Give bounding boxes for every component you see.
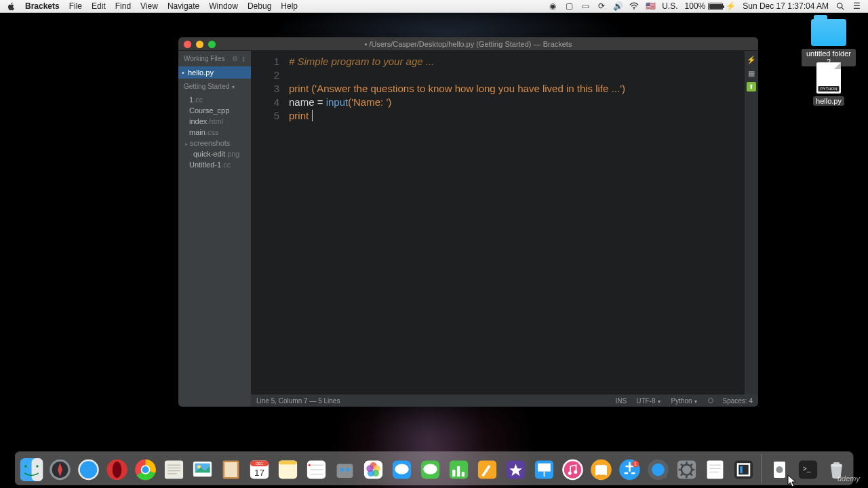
volume-icon[interactable]: 🔊 bbox=[613, 1, 623, 11]
battery-percent: 100% bbox=[685, 1, 706, 11]
clock[interactable]: Sun Dec 17 1:37:04 AM bbox=[743, 1, 829, 11]
dock-launchpad[interactable] bbox=[47, 457, 73, 483]
dock-reminders[interactable] bbox=[304, 457, 330, 483]
tree-item-1cc[interactable]: 1.cc bbox=[178, 94, 251, 105]
apple-menu[interactable] bbox=[7, 2, 16, 11]
dock-pages[interactable] bbox=[475, 457, 500, 483]
svg-point-36 bbox=[309, 464, 311, 466]
tree-item-main[interactable]: main.css bbox=[178, 127, 251, 138]
gear-icon[interactable]: ⚙ bbox=[232, 55, 238, 62]
live-preview-icon[interactable]: ⚡ bbox=[747, 55, 756, 64]
battery-status[interactable]: 100% ⚡ bbox=[685, 1, 736, 11]
dock-opera[interactable] bbox=[104, 457, 130, 483]
dock-appstore[interactable]: 1 bbox=[617, 457, 643, 483]
mouse-cursor-icon bbox=[787, 474, 797, 488]
tree-folder-screenshots[interactable]: screenshots bbox=[178, 138, 251, 148]
desktop-folder[interactable]: untitled folder 2 bbox=[802, 19, 856, 66]
dock-keynote[interactable] bbox=[532, 457, 557, 483]
menu-find[interactable]: Find bbox=[115, 1, 131, 11]
python-file-icon: PYTHON bbox=[816, 62, 841, 94]
working-files-header[interactable]: Working Files ⚙⫿ bbox=[178, 51, 251, 66]
desktop-file[interactable]: PYTHON hello.py bbox=[802, 62, 856, 106]
working-file-hello[interactable]: hello.py bbox=[178, 66, 251, 79]
titlebar[interactable]: • /Users/Casper/Desktop/hello.py (Gettin… bbox=[178, 37, 758, 51]
dock-sysprefs[interactable] bbox=[674, 457, 700, 483]
extension-manager-icon[interactable]: ▦ bbox=[747, 68, 756, 78]
sidebar: Working Files ⚙⫿ hello.py Getting Starte… bbox=[178, 51, 251, 407]
dock-calendar[interactable]: DEC17 bbox=[247, 457, 273, 483]
dock-brackets[interactable] bbox=[731, 457, 757, 483]
project-header[interactable]: Getting Started▾ bbox=[178, 79, 251, 94]
sync-icon[interactable]: ⟳ bbox=[597, 1, 606, 11]
svg-point-68 bbox=[652, 464, 665, 476]
status-ins[interactable]: INS bbox=[615, 397, 627, 405]
code-editor[interactable]: # Simple program to your age ... print (… bbox=[289, 51, 745, 394]
menu-window[interactable]: Window bbox=[209, 1, 238, 11]
menu-help[interactable]: Help bbox=[281, 1, 298, 11]
tree-item-quickedit[interactable]: quick-edit.png bbox=[178, 148, 251, 159]
maximize-button[interactable] bbox=[208, 41, 216, 48]
menu-edit[interactable]: Edit bbox=[92, 1, 106, 11]
plugin-icon[interactable]: ⬆ bbox=[747, 82, 756, 92]
menu-debug[interactable]: Debug bbox=[248, 1, 271, 11]
dock-notes[interactable] bbox=[275, 457, 301, 483]
code-line-3: print ('Answer the questions to know how… bbox=[289, 82, 745, 96]
airplay-icon[interactable]: ▢ bbox=[564, 1, 574, 11]
menu-file[interactable]: File bbox=[69, 1, 82, 11]
svg-point-12 bbox=[113, 462, 122, 478]
dock-photos[interactable] bbox=[361, 457, 387, 483]
dock-textedit[interactable] bbox=[161, 457, 187, 483]
dock-safari[interactable] bbox=[76, 457, 102, 483]
dock-finder[interactable] bbox=[19, 457, 45, 483]
svg-rect-31 bbox=[279, 460, 297, 464]
screenrec-icon[interactable]: ◉ bbox=[548, 1, 557, 11]
notification-center-icon[interactable]: ☰ bbox=[852, 1, 861, 11]
svg-rect-52 bbox=[457, 466, 460, 476]
dock: DEC17 1 >_ bbox=[15, 451, 854, 485]
svg-rect-16 bbox=[165, 460, 183, 479]
svg-point-6 bbox=[36, 465, 38, 467]
dock-chrome[interactable] bbox=[133, 457, 159, 483]
window-title: • /Users/Casper/Desktop/hello.py (Gettin… bbox=[365, 40, 572, 48]
split-icon[interactable]: ⫿ bbox=[242, 55, 245, 62]
display-icon[interactable]: ▭ bbox=[580, 1, 590, 11]
status-lint-icon[interactable] bbox=[708, 398, 713, 403]
dock-imovie[interactable] bbox=[503, 457, 529, 483]
file-badge: PYTHON bbox=[818, 86, 839, 92]
status-spaces[interactable]: Spaces: 4 bbox=[723, 397, 753, 405]
tree-item-untitled[interactable]: Untitled-1.cc bbox=[178, 159, 251, 170]
status-position[interactable]: Line 5, Column 7 — 5 Lines bbox=[256, 397, 340, 405]
status-language[interactable]: Python▼ bbox=[671, 397, 698, 405]
svg-rect-53 bbox=[462, 472, 465, 476]
svg-rect-79 bbox=[707, 460, 724, 479]
dock-ibooks[interactable] bbox=[589, 457, 614, 483]
svg-rect-37 bbox=[337, 464, 353, 478]
svg-point-61 bbox=[568, 472, 572, 475]
locale-label[interactable]: U.S. bbox=[662, 1, 677, 11]
menu-view[interactable]: View bbox=[140, 1, 158, 11]
dock-quicktime[interactable] bbox=[646, 457, 671, 483]
dock-notes2[interactable] bbox=[703, 457, 728, 483]
close-button[interactable] bbox=[184, 41, 191, 48]
dock-itunes[interactable] bbox=[560, 457, 586, 483]
dock-messages-blue[interactable] bbox=[389, 457, 415, 483]
dock-automator[interactable] bbox=[332, 457, 358, 483]
tree-item-index[interactable]: index.html bbox=[178, 116, 251, 127]
dock-numbers[interactable] bbox=[446, 457, 472, 483]
minimize-button[interactable] bbox=[196, 41, 203, 48]
menu-app-name[interactable]: Brackets bbox=[25, 1, 60, 11]
tree-item-course[interactable]: Course_cpp bbox=[178, 105, 251, 116]
status-encoding[interactable]: UTF-8▼ bbox=[636, 397, 661, 405]
working-files-label: Working Files bbox=[184, 55, 224, 62]
menu-navigate[interactable]: Navigate bbox=[167, 1, 199, 11]
brackets-window: • /Users/Casper/Desktop/hello.py (Gettin… bbox=[178, 37, 758, 407]
dock-terminal[interactable]: >_ bbox=[795, 457, 821, 483]
spotlight-icon[interactable] bbox=[835, 1, 845, 11]
flag-icon[interactable]: 🇺🇸 bbox=[646, 1, 655, 11]
wifi-icon[interactable] bbox=[629, 1, 639, 11]
dock-messages[interactable] bbox=[418, 457, 443, 483]
dock-contacts[interactable] bbox=[218, 457, 244, 483]
svg-point-38 bbox=[340, 468, 344, 471]
dock-preview[interactable] bbox=[190, 457, 216, 483]
menubar: Brackets File Edit Find View Navigate Wi… bbox=[0, 0, 868, 13]
